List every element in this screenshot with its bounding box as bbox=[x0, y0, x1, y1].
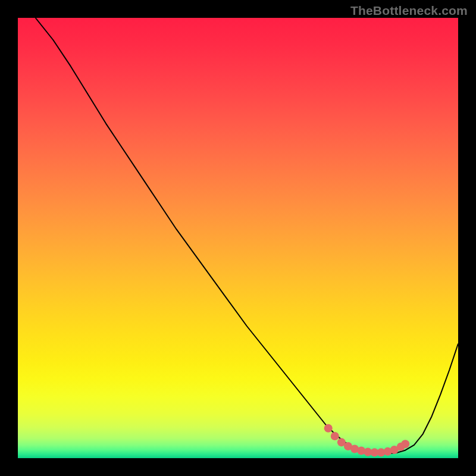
trough-dot bbox=[401, 440, 409, 448]
chart-container: TheBottleneck.com bbox=[0, 0, 476, 476]
bottleneck-curve bbox=[36, 18, 458, 454]
attribution-label: TheBottleneck.com bbox=[350, 4, 468, 18]
trough-dot bbox=[324, 424, 333, 433]
trough-dot bbox=[331, 432, 339, 440]
line-chart bbox=[18, 18, 458, 458]
trough-highlight bbox=[324, 424, 410, 457]
